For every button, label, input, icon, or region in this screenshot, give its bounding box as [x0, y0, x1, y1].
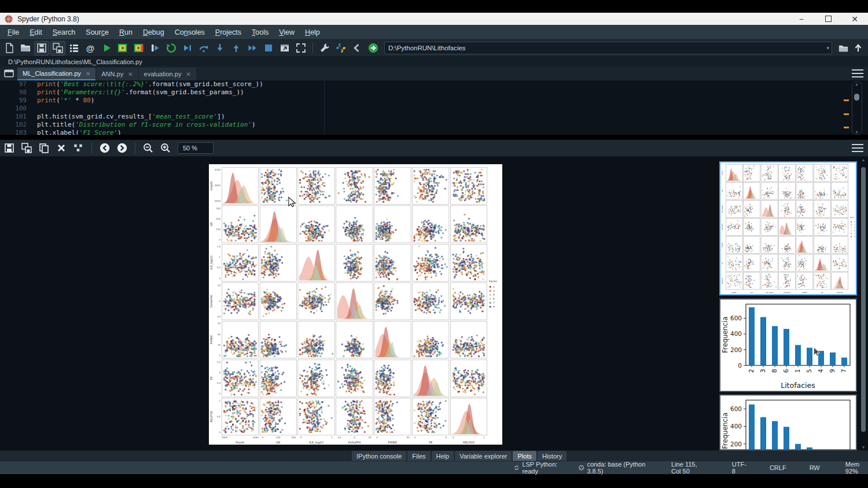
- back-icon[interactable]: [350, 41, 365, 56]
- menu-debug[interactable]: Debug: [138, 25, 170, 40]
- line-ending: CRLF: [770, 464, 786, 471]
- pane-tab-files[interactable]: Files: [407, 451, 430, 461]
- browse-tabs-icon[interactable]: [2, 68, 16, 79]
- run-selection-icon[interactable]: [148, 41, 163, 56]
- save-icon[interactable]: [34, 41, 49, 56]
- thumbnails-scrollbar[interactable]: ▲ ▼: [860, 158, 867, 449]
- toolbar-separator: [312, 43, 313, 53]
- warning-marker: [844, 99, 849, 101]
- working-directory-combo[interactable]: D:\PythonRUN\Lithofacies ▾: [384, 42, 832, 54]
- forward-icon[interactable]: [366, 41, 381, 56]
- interpreter-status: conda: base (Python 3.8.5): [579, 461, 647, 475]
- code-line[interactable]: 100: [0, 105, 868, 113]
- file-switcher-icon[interactable]: [67, 41, 82, 56]
- save-all-plots-icon[interactable]: [19, 141, 34, 156]
- plots-options-menu-icon[interactable]: [852, 144, 863, 152]
- zoom-in-icon[interactable]: [158, 141, 173, 156]
- cursor-position: Line 115, Col 50: [671, 461, 708, 475]
- pane-tab-plots[interactable]: Plots: [513, 451, 536, 461]
- code-editor[interactable]: 97print('Best score:\t\t{:.2%}'.format(s…: [0, 80, 868, 135]
- pane-tab-history[interactable]: History: [538, 451, 567, 461]
- remove-plot-icon[interactable]: [54, 141, 69, 156]
- pane-tab-help[interactable]: Help: [432, 451, 454, 461]
- code-line[interactable]: 99print('*' * 80): [0, 97, 868, 105]
- menu-source[interactable]: Source: [80, 25, 114, 40]
- continue-icon[interactable]: [245, 41, 260, 56]
- step-return-icon[interactable]: [229, 41, 244, 56]
- code-line[interactable]: 98print('Parameters:\t{}'.format(svm_gri…: [0, 88, 868, 97]
- editor-options-menu-icon[interactable]: [852, 69, 863, 77]
- zoom-level-box[interactable]: 50 %: [178, 142, 214, 154]
- code-line[interactable]: 97print('Best score:\t\t{:.2%}'.format(s…: [0, 80, 868, 88]
- tab-ml-classification-py[interactable]: ML_Classification.py✕: [17, 68, 95, 80]
- plot-thumbnail-barchart-clipped[interactable]: 200400600238615497FrequenciaLitofacies: [719, 394, 857, 450]
- menu-file[interactable]: File: [2, 25, 24, 40]
- copy-plot-icon[interactable]: [36, 141, 52, 156]
- run-to-line-icon[interactable]: [180, 41, 195, 56]
- scroll-down-icon[interactable]: ▼: [855, 130, 859, 134]
- remove-all-plots-icon[interactable]: [71, 141, 86, 156]
- menu-tools[interactable]: Tools: [247, 25, 274, 40]
- menu-consoles[interactable]: Consoles: [170, 25, 210, 40]
- close-button[interactable]: ✕: [841, 13, 868, 25]
- close-tab-icon[interactable]: ✕: [86, 71, 90, 77]
- re-run-cell-icon[interactable]: [164, 41, 179, 56]
- close-tab-icon[interactable]: ✕: [186, 71, 190, 77]
- plot-thumbnail-barchart[interactable]: 0200400600238615497FrequenciaLitofacies: [719, 298, 857, 392]
- menu-help[interactable]: Help: [300, 25, 325, 40]
- restore-button[interactable]: [815, 13, 841, 25]
- save-all-icon[interactable]: [50, 41, 65, 56]
- svg-text:9: 9: [829, 369, 836, 373]
- tab-evaluation-py[interactable]: evaluation.py✕: [139, 68, 196, 80]
- parent-directory-icon[interactable]: [851, 41, 866, 56]
- line-number: 99: [0, 97, 37, 105]
- svg-text:1: 1: [794, 369, 801, 373]
- code-line[interactable]: 102plt.title('Distribution of f1-score i…: [0, 121, 868, 129]
- editor-tab-bar: ML_Classification.py✕ANN.py✕evaluation.p…: [0, 66, 868, 80]
- svg-text:3: 3: [759, 369, 766, 373]
- close-tab-icon[interactable]: ✕: [128, 71, 133, 77]
- thumbnails-scrollbar-thumb[interactable]: [861, 167, 866, 432]
- menu-search[interactable]: Search: [47, 25, 81, 40]
- code-line[interactable]: 101plt.hist(svm_grid.cv_results_['mean_t…: [0, 113, 868, 121]
- lsp-status: LSP Python: ready: [514, 461, 564, 475]
- run-cell-advance-icon[interactable]: [131, 41, 146, 56]
- svg-text:Litofacies: Litofacies: [781, 381, 815, 390]
- scroll-down-icon[interactable]: ▼: [860, 445, 867, 449]
- minimize-button[interactable]: –: [788, 13, 815, 25]
- run-icon[interactable]: [99, 41, 114, 56]
- pane-tab-ipython-console[interactable]: IPython console: [352, 451, 406, 461]
- symbol-finder-icon[interactable]: @: [83, 41, 98, 56]
- tab-ann-py[interactable]: ANN.py✕: [96, 68, 138, 80]
- line-number: 100: [0, 105, 37, 113]
- line-number: 97: [0, 80, 37, 88]
- zoom-out-icon[interactable]: [141, 141, 156, 156]
- menu-projects[interactable]: Projects: [210, 25, 247, 40]
- preferences-icon[interactable]: [317, 41, 332, 56]
- stop-icon[interactable]: [261, 41, 276, 56]
- pane-tab-variable-explorer[interactable]: Variable explorer: [455, 451, 512, 461]
- step-over-icon[interactable]: [196, 41, 211, 56]
- code-line[interactable]: 103plt.xlabel('F1 Score'): [0, 129, 868, 135]
- editor-scrollbar[interactable]: [852, 82, 862, 135]
- plot-thumbnail-selected[interactable]: [719, 161, 857, 295]
- menu-view[interactable]: View: [274, 25, 300, 40]
- svg-text:Frequencia: Frequencia: [721, 317, 729, 353]
- step-into-icon[interactable]: [212, 41, 227, 56]
- next-plot-icon[interactable]: [115, 141, 130, 156]
- menu-edit[interactable]: Edit: [24, 25, 47, 40]
- svg-text:8: 8: [771, 369, 778, 373]
- run-cell-icon[interactable]: [115, 41, 130, 56]
- fullscreen-icon[interactable]: [293, 41, 308, 56]
- menu-run[interactable]: Run: [114, 25, 138, 40]
- open-file-icon[interactable]: [18, 41, 33, 56]
- svg-text:200: 200: [730, 441, 742, 448]
- previous-plot-icon[interactable]: [97, 141, 112, 156]
- new-file-icon[interactable]: [2, 41, 17, 56]
- maximize-pane-icon[interactable]: [277, 41, 292, 56]
- editor-scrollbar-thumb[interactable]: [854, 94, 859, 101]
- python-path-icon[interactable]: [333, 41, 348, 56]
- browse-directory-icon[interactable]: [836, 41, 851, 56]
- scroll-up-icon[interactable]: ▲: [860, 158, 867, 162]
- save-plot-icon[interactable]: [2, 141, 17, 156]
